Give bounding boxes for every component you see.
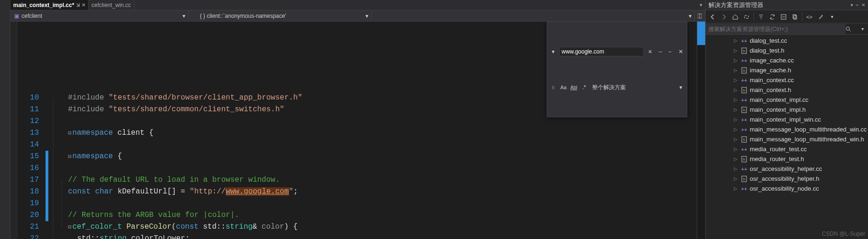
nav-member-dropdown[interactable]: ▾: [372, 10, 695, 21]
code-line[interactable]: 18const char kDefaultUrl[] = "http://www…: [17, 186, 697, 198]
toggle-icon[interactable]: ⁝⁝: [549, 83, 557, 92]
tree-item[interactable]: ▷++main_context_impl.cc: [706, 95, 868, 105]
code-line[interactable]: 21⊟cef_color_t ParseColor(const std::str…: [17, 221, 697, 233]
header-file-icon: h: [740, 156, 748, 162]
expand-caret-icon[interactable]: ▷: [734, 97, 739, 102]
find-prev-button[interactable]: ←: [666, 47, 675, 56]
code-line[interactable]: 20// Returns the ARGB value for |color|.: [17, 209, 697, 221]
find-input[interactable]: [559, 47, 644, 56]
tree-item[interactable]: ▷++dialog_test.cc: [706, 36, 868, 46]
regex-button[interactable]: .*: [580, 83, 588, 92]
search-input[interactable]: [706, 24, 845, 34]
tree-item[interactable]: ▷++image_cache.cc: [706, 55, 868, 65]
tree-item[interactable]: ▷hmain_message_loop_multithreaded_win.h: [706, 134, 868, 144]
expand-caret-icon[interactable]: ▷: [734, 68, 739, 73]
outline-margin[interactable]: [10, 22, 17, 239]
file-name-label: osr_accessibility_node.cc: [750, 185, 819, 192]
expand-caret-icon[interactable]: ▷: [734, 186, 739, 191]
file-name-label: dialog_test.cc: [750, 37, 787, 44]
tree-item[interactable]: ▷hmedia_router_test.h: [706, 154, 868, 164]
expand-caret-icon[interactable]: ▷: [734, 146, 739, 152]
whole-word-button[interactable]: Abl: [570, 83, 578, 92]
code-line[interactable]: 22 std::string colorToLower;: [17, 233, 697, 239]
nav-project-dropdown[interactable]: ▣ cefclient ▾: [10, 10, 189, 21]
change-indicator: [46, 162, 48, 174]
close-icon[interactable]: ✕: [861, 2, 865, 8]
collapse-all-button[interactable]: [778, 12, 789, 22]
expand-caret-icon[interactable]: ▷: [734, 87, 739, 93]
tree-item[interactable]: ▷hmain_context.h: [706, 85, 868, 95]
pin-icon[interactable]: ⇲: [76, 2, 80, 8]
code-editor[interactable]: ▾ ✕ → ← ✕ ⁝⁝ Aa Abl .* 整个解决方案 ▾ 10#inclu…: [17, 22, 697, 239]
expand-caret-icon[interactable]: ▷: [734, 48, 739, 53]
expand-caret-icon[interactable]: ▷: [734, 107, 739, 112]
code-line[interactable]: 17// The default URL to load in a browse…: [17, 174, 697, 186]
show-all-files-button[interactable]: [790, 12, 800, 22]
toolbar-separator: [754, 13, 754, 21]
collapse-icon: [781, 14, 786, 20]
code-content: ⊟namespace {: [67, 151, 122, 163]
back-button[interactable]: [708, 12, 718, 22]
scroll-thumb[interactable]: [697, 22, 705, 45]
switch-views-button[interactable]: [741, 12, 752, 22]
line-number: 13: [17, 127, 46, 139]
find-next-button[interactable]: →: [656, 47, 664, 56]
pin-icon[interactable]: ⫟: [855, 2, 860, 8]
forward-button[interactable]: [719, 12, 729, 22]
expand-caret-icon[interactable]: ▷: [734, 156, 739, 162]
code-line[interactable]: 14: [17, 139, 697, 151]
code-line[interactable]: 15⊟namespace {: [17, 151, 697, 162]
solution-explorer-titlebar[interactable]: 解决方案资源管理器 ▾ ⫟ ✕: [706, 0, 868, 10]
tab-cefclient-win[interactable]: cefclient_win.cc: [89, 0, 134, 10]
file-name-label: main_context_impl.h: [750, 106, 806, 113]
search-options-button[interactable]: ▾: [857, 26, 868, 31]
expand-caret-icon[interactable]: ▷: [734, 117, 739, 122]
tree-item[interactable]: ▷++media_router_test.cc: [706, 144, 868, 154]
expand-caret-icon[interactable]: ▷: [734, 166, 739, 171]
tree-item[interactable]: ▷++osr_accessibility_helper.cc: [706, 164, 868, 174]
expand-caret-icon[interactable]: ▷: [734, 38, 739, 43]
tree-item[interactable]: ▷++osr_accessibility_node.cc: [706, 184, 868, 193]
toolbar-overflow-button[interactable]: ▾: [827, 12, 837, 22]
close-icon[interactable]: ✕: [82, 2, 85, 8]
scope-dropdown-button[interactable]: ▾: [677, 83, 685, 92]
close-icon[interactable]: ✕: [646, 47, 654, 56]
left-tool-strip[interactable]: [0, 0, 10, 239]
view-code-button[interactable]: <>: [804, 12, 815, 22]
nav-scope-dropdown[interactable]: { } client::`anonymous-namespace' ▾: [189, 10, 372, 21]
expand-caret-icon[interactable]: ▷: [734, 176, 739, 181]
tab-main-context-impl[interactable]: main_context_impl.cc* ⇲ ✕: [10, 0, 89, 10]
split-view-button[interactable]: [695, 10, 705, 21]
svg-rect-4: [793, 15, 796, 18]
sync-button[interactable]: [767, 12, 777, 22]
code-line[interactable]: 13⊟namespace client {: [17, 127, 697, 139]
home-button[interactable]: [730, 12, 740, 22]
tree-item[interactable]: ▷hdialog_test.h: [706, 46, 868, 55]
tree-item[interactable]: ▷hmain_context_impl.h: [706, 105, 868, 115]
tree-item[interactable]: ▷++main_context.cc: [706, 75, 868, 85]
tab-overflow-button[interactable]: ▾: [697, 0, 705, 10]
properties-button[interactable]: [815, 12, 826, 22]
vertical-scrollbar[interactable]: [697, 22, 705, 239]
expand-caret-icon[interactable]: ▷: [734, 77, 739, 83]
tree-item[interactable]: ▷++main_context_impl_win.cc: [706, 115, 868, 124]
tree-item[interactable]: ▷himage_cache.h: [706, 65, 868, 75]
solution-tree[interactable]: ▷++dialog_test.cc▷hdialog_test.h▷++image…: [706, 35, 868, 239]
tree-item[interactable]: ▷++main_message_loop_multithreaded_win.c…: [706, 124, 868, 134]
panel-menu-button[interactable]: ▾: [851, 2, 853, 8]
tree-item[interactable]: ▷hosr_accessibility_helper.h: [706, 174, 868, 184]
match-case-button[interactable]: Aa: [559, 83, 568, 92]
expand-caret-icon[interactable]: ▷: [734, 127, 739, 132]
line-number: 12: [17, 116, 46, 127]
code-line[interactable]: 16: [17, 162, 697, 174]
expand-caret-icon[interactable]: ▷: [734, 58, 739, 63]
expand-replace-button[interactable]: ▾: [549, 47, 557, 56]
search-button[interactable]: [845, 26, 857, 32]
file-name-label: main_message_loop_multithreaded_win.h: [750, 136, 864, 143]
file-name-label: main_context.h: [750, 86, 791, 93]
close-find-button[interactable]: ✕: [677, 47, 685, 56]
code-line[interactable]: 19: [17, 198, 697, 209]
pending-changes-filter-button[interactable]: [756, 12, 766, 22]
home-icon: [732, 14, 738, 20]
expand-caret-icon[interactable]: ▷: [734, 137, 739, 142]
